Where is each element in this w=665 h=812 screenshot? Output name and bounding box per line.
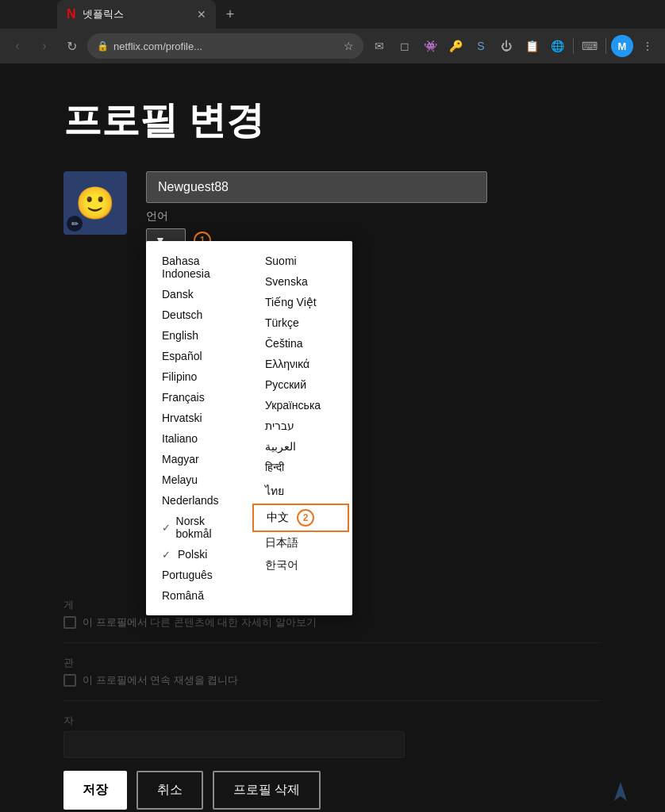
avatar-face: 🙂	[75, 185, 115, 222]
lang-item-greek[interactable]: Ελληνικά	[252, 354, 349, 374]
manage-label: 이 프로필에서 연속 재생을 켭니다	[83, 673, 238, 688]
lang-item-francais[interactable]: Français	[149, 387, 246, 408]
tab-bar: N 넷플릭스 ✕ +	[0, 0, 665, 29]
extensions-icon-5[interactable]: S	[470, 35, 492, 57]
extensions-icon-7[interactable]: 📋	[521, 35, 543, 57]
extensions-icon-6[interactable]: ⏻	[495, 35, 517, 57]
dropdown-left-column: Bahasa Indonesia Dansk Deutsch English E…	[146, 251, 249, 606]
lock-icon: 🔒	[97, 40, 109, 52]
lang-item-nederlands[interactable]: Nederlands	[149, 490, 246, 511]
lang-item-hebrew[interactable]: עברית	[252, 416, 349, 436]
page-content: 프로필 변경 🙂 ✏ 언어 ▼ 1 Bahasa Indonesia	[0, 63, 665, 812]
delete-profile-button[interactable]: 프로필 삭제	[213, 771, 321, 810]
watermark-icon	[608, 779, 633, 810]
section-manage-label: 관	[63, 656, 602, 670]
address-bar-row: ‹ › ↻ 🔒 netflix.com/profile... ☆ ✉ ◻ 👾 🔑…	[0, 29, 665, 63]
lang-item-polski[interactable]: ✓Polski	[149, 544, 246, 565]
lang-item-filipino[interactable]: Filipino	[149, 366, 246, 387]
forward-button[interactable]: ›	[33, 35, 56, 57]
lang-item-italiano[interactable]: Italiano	[149, 428, 246, 449]
extra-sections: 게 이 프로필에서 다른 콘텐츠에 대한 자세히 알아보기 관 이 프로필에서 …	[63, 598, 602, 758]
lang-item-ukrainian[interactable]: Українська	[252, 395, 349, 416]
toolbar-separator-2	[605, 38, 606, 54]
section-auto-label: 자	[63, 714, 602, 728]
lang-item-turkce[interactable]: Türkçe	[252, 312, 349, 333]
cancel-button[interactable]: 취소	[136, 771, 203, 810]
back-button[interactable]: ‹	[6, 35, 29, 57]
dropdown-columns: Bahasa Indonesia Dansk Deutsch English E…	[146, 247, 352, 609]
checkmark-polski: ✓	[162, 549, 175, 561]
lang-item-melayu[interactable]: Melayu	[149, 469, 246, 490]
lang-item-arabic[interactable]: العربية	[252, 436, 349, 457]
lang-item-espanol[interactable]: Español	[149, 346, 246, 366]
active-tab[interactable]: N 넷플릭스 ✕	[57, 0, 216, 29]
save-button[interactable]: 저장	[63, 771, 127, 810]
lang-item-svenska[interactable]: Svenska	[252, 271, 349, 292]
lang-item-norsk[interactable]: ✓Norsk bokmål	[149, 511, 246, 544]
avatar-edit-icon[interactable]: ✏	[67, 216, 83, 232]
lang-item-tieng-viet[interactable]: Tiếng Việt	[252, 292, 349, 312]
extensions-icon-8[interactable]: 🌐	[546, 35, 568, 57]
profile-avatar-button[interactable]: M	[611, 35, 633, 57]
lang-item-thai[interactable]: ไทย	[252, 478, 349, 504]
tab-close-button[interactable]: ✕	[197, 8, 206, 21]
lang-item-korean[interactable]: 한국어	[252, 554, 349, 576]
new-tab-button[interactable]: +	[219, 3, 241, 25]
lang-item-cestina[interactable]: Čeština	[252, 333, 349, 354]
extra-input[interactable]	[63, 731, 405, 758]
profile-form: 언어 ▼ 1 Bahasa Indonesia Dansk Deutsch En…	[146, 171, 602, 265]
address-bar[interactable]: 🔒 netflix.com/profile... ☆	[87, 33, 363, 59]
lang-item-portugues[interactable]: Português	[149, 565, 246, 585]
profile-section: 🙂 ✏ 언어 ▼ 1 Bahasa Indonesia Dansk Deutsc…	[63, 171, 602, 265]
lang-item-romana[interactable]: Română	[149, 585, 246, 606]
extensions-icon-1[interactable]: ✉	[368, 35, 390, 57]
lang-item-chinese[interactable]: 中文 2	[252, 504, 349, 532]
toolbar-icons: ✉ ◻ 👾 🔑 S ⏻ 📋 🌐 ⌨ M ⋮	[368, 35, 659, 57]
netflix-tab-icon: N	[67, 7, 76, 21]
toolbar-separator	[573, 38, 574, 54]
extensions-icon-2[interactable]: ◻	[394, 35, 416, 57]
lang-item-english[interactable]: English	[149, 325, 246, 346]
dropdown-right-column: Suomi Svenska Tiếng Việt Türkçe Čeština …	[249, 251, 352, 606]
checkmark-norsk: ✓	[162, 522, 173, 534]
manage-row: 이 프로필에서 연속 재생을 켭니다	[63, 673, 602, 688]
page-title: 프로필 변경	[63, 95, 602, 146]
lang-item-magyar[interactable]: Magyar	[149, 449, 246, 469]
browser-chrome: N 넷플릭스 ✕ + ‹ › ↻ 🔒 netflix.com/profile..…	[0, 0, 665, 63]
language-dropdown[interactable]: Bahasa Indonesia Dansk Deutsch English E…	[146, 241, 352, 615]
extensions-icon-3[interactable]: 👾	[419, 35, 441, 57]
profile-avatar[interactable]: 🙂 ✏	[63, 171, 127, 235]
lang-item-russian[interactable]: Русский	[252, 374, 349, 395]
toolbar-extra-icon[interactable]: ⌨	[579, 35, 601, 57]
lang-item-hindi[interactable]: हिन्दी	[252, 457, 349, 478]
bookmark-icon[interactable]: ☆	[344, 40, 354, 52]
autoplay-label: 이 프로필에서 다른 콘텐츠에 대한 자세히 알아보기	[83, 615, 317, 630]
step2-badge: 2	[297, 509, 314, 527]
lang-item-dansk[interactable]: Dansk	[149, 284, 246, 304]
autoplay-row: 이 프로필에서 다른 콘텐츠에 대한 자세히 알아보기	[63, 615, 602, 630]
lang-item-bahasa[interactable]: Bahasa Indonesia	[149, 251, 246, 284]
profile-name-input[interactable]	[146, 171, 487, 203]
checkbox-2[interactable]	[63, 674, 76, 687]
url-text: netflix.com/profile...	[113, 40, 202, 52]
lang-item-japanese[interactable]: 日本語	[252, 532, 349, 554]
extensions-icon-4[interactable]: 🔑	[444, 35, 467, 57]
more-options-button[interactable]: ⋮	[636, 35, 659, 57]
checkbox-1[interactable]	[63, 616, 76, 629]
refresh-button[interactable]: ↻	[60, 35, 83, 57]
tab-title: 넷플릭스	[83, 7, 124, 21]
lang-item-suomi[interactable]: Suomi	[252, 251, 349, 271]
bottom-buttons: 저장 취소 프로필 삭제	[63, 771, 602, 810]
language-label: 언어	[146, 209, 602, 224]
lang-item-hrvatski[interactable]: Hrvatski	[149, 408, 246, 428]
svg-marker-0	[614, 782, 627, 801]
lang-item-deutsch[interactable]: Deutsch	[149, 304, 246, 325]
